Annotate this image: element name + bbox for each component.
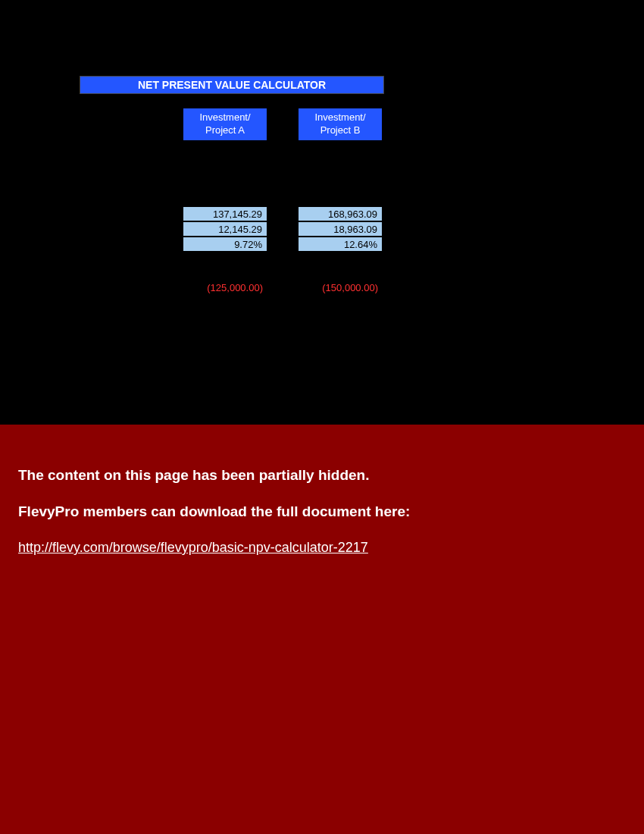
notice-line-2: FlevyPro members can download the full d…: [18, 503, 626, 520]
initial-b: (150,000.00): [298, 281, 383, 296]
result-1-a: 137,145.29: [183, 206, 267, 221]
calculator-title: NET PRESENT VALUE CALCULATOR: [80, 76, 384, 94]
results-section: 137,145.29 168,963.09 12,145.29 18,963.0…: [183, 206, 644, 252]
result-3-b: 12.64%: [298, 237, 383, 252]
initial-investment-section: (125,000.00) (150,000.00): [183, 281, 644, 296]
result-row-1: 137,145.29 168,963.09: [183, 206, 644, 221]
initial-row: (125,000.00) (150,000.00): [183, 281, 644, 296]
header-project-b: Investment/Project B: [298, 108, 383, 141]
result-2-a: 12,145.29: [183, 221, 267, 237]
notice-line-1: The content on this page has been partia…: [18, 467, 626, 484]
calculator-section: NET PRESENT VALUE CALCULATOR Investment/…: [0, 0, 644, 425]
header-project-a: Investment/Project A: [183, 108, 267, 141]
initial-a: (125,000.00): [183, 281, 267, 296]
result-2-b: 18,963.09: [298, 221, 383, 237]
result-row-2: 12,145.29 18,963.09: [183, 221, 644, 237]
result-1-b: 168,963.09: [298, 206, 383, 221]
notice-link[interactable]: http://flevy.com/browse/flevypro/basic-n…: [18, 540, 368, 555]
header-row: Investment/Project A Investment/Project …: [183, 108, 644, 141]
notice-section: The content on this page has been partia…: [0, 425, 644, 834]
result-row-3: 9.72% 12.64%: [183, 237, 644, 252]
result-3-a: 9.72%: [183, 237, 267, 252]
